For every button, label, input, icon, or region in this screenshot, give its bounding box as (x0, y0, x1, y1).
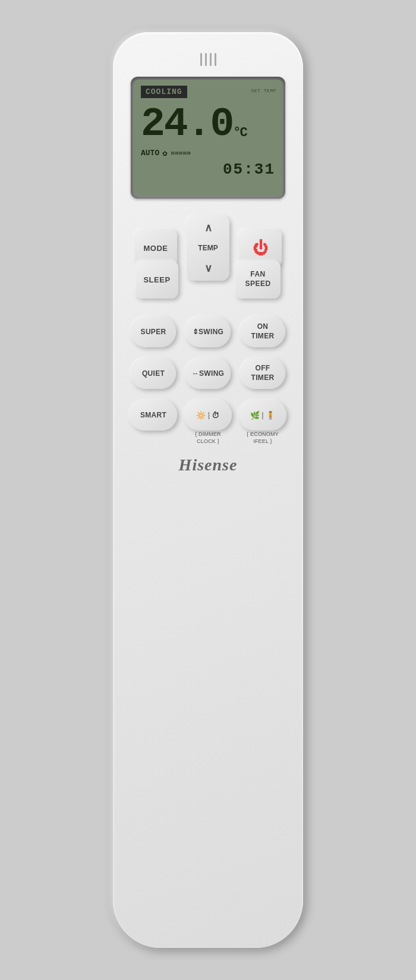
swing-v-label: ⇕SWING (193, 328, 223, 336)
economy-ifeel-group: 🌿 | 🧍 { ECONOMYIFEEL } (239, 400, 286, 445)
economy-ifeel-button[interactable]: 🌿 | 🧍 (239, 400, 286, 431)
temp-label: TEMP (198, 244, 218, 252)
remote-container: COOLING SET TEMP 24.0°C AUTO ✿ »»»»» 05:… (0, 0, 416, 980)
swing-v-button[interactable]: ⇕SWING (185, 316, 231, 347)
speaker-grille (200, 53, 216, 66)
lcd-screen: COOLING SET TEMP 24.0°C AUTO ✿ »»»»» 05:… (134, 80, 282, 196)
sleep-button[interactable]: SLEEP (135, 260, 178, 299)
fan-row: AUTO ✿ »»»»» (141, 148, 275, 158)
button-row-5: SMART 🔆 | ⏱ { DIMMERCLOCK } (125, 400, 291, 445)
smart-button[interactable]: SMART (130, 400, 177, 431)
dimmer-clock-button[interactable]: 🔆 | ⏱ (184, 400, 232, 431)
set-temp-label: SET TEMP (251, 88, 276, 93)
speaker-line-4 (215, 53, 216, 66)
time-display: 05:31 (141, 161, 275, 178)
economy-ifeel-icons: 🌿 | 🧍 (250, 411, 275, 420)
remote-body: COOLING SET TEMP 24.0°C AUTO ✿ »»»»» 05:… (113, 32, 303, 948)
speaker-line-3 (210, 53, 212, 66)
speaker-line-1 (200, 53, 202, 66)
clock-icon: ⏱ (212, 411, 219, 420)
economy-icon: 🌿 (250, 411, 260, 420)
dimmer-icon: 🔆 (196, 411, 206, 420)
brand-label: Hisense (179, 456, 238, 475)
temp-up-arrow: ∧ (204, 221, 212, 234)
super-button[interactable]: SUPER (131, 316, 176, 347)
temperature-display: 24.0°C (141, 104, 275, 145)
separator2-icon: | (261, 411, 264, 419)
button-row-3: SUPER ⇕SWING ON TIMER (125, 316, 291, 347)
quiet-button[interactable]: QUIET (131, 358, 176, 389)
mode-label: COOLING (141, 86, 187, 98)
dimmer-clock-label: { DIMMERCLOCK } (195, 431, 221, 445)
buttons-section: MODE ∧ TEMP ∨ ⏻ SLEEP FAN SPEED SUPER (125, 215, 291, 445)
temp-unit: °C (233, 127, 246, 140)
lcd-outer: COOLING SET TEMP 24.0°C AUTO ✿ »»»»» 05:… (131, 77, 285, 199)
temp-value: 24.0 (141, 104, 233, 145)
button-row-2: SLEEP FAN SPEED (125, 260, 291, 299)
fan-icon: ✿ (162, 148, 167, 158)
swing-h-label: ↔SWING (192, 369, 224, 378)
dimmer-clock-group: 🔆 | ⏱ { DIMMERCLOCK } (184, 400, 232, 445)
swing-h-button[interactable]: ↔SWING (185, 358, 231, 389)
ifeel-icon: 🧍 (266, 411, 275, 420)
power-icon: ⏻ (253, 239, 269, 257)
dimmer-clock-icons: 🔆 | ⏱ (196, 411, 219, 420)
fan-speed-button[interactable]: FAN SPEED (235, 260, 281, 299)
speaker-line-2 (205, 53, 207, 66)
smart-group: SMART (130, 400, 177, 431)
fan-mode-label: AUTO (141, 149, 159, 158)
button-row-4: QUIET ↔SWING OFF TIMER (125, 358, 291, 389)
fan-arrows: »»»»» (171, 149, 191, 158)
separator-icon: | (208, 411, 210, 419)
on-timer-button[interactable]: ON TIMER (240, 316, 285, 347)
off-timer-button[interactable]: OFF TIMER (240, 358, 285, 389)
economy-ifeel-label: { ECONOMYIFEEL } (247, 431, 279, 445)
